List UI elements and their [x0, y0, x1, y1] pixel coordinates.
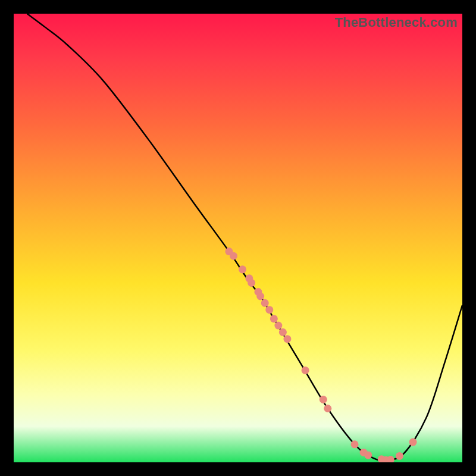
data-point	[261, 299, 269, 307]
data-point	[270, 315, 278, 322]
highlighted-points-group	[225, 248, 416, 462]
data-point	[248, 279, 255, 287]
data-point	[279, 328, 287, 336]
data-point	[274, 322, 282, 330]
data-point	[320, 396, 327, 403]
bottleneck-curve	[27, 14, 462, 461]
data-point	[283, 335, 291, 343]
data-point	[364, 451, 372, 459]
data-point	[265, 306, 273, 314]
data-point	[396, 452, 403, 460]
chart-svg	[14, 14, 462, 462]
data-point	[351, 440, 359, 448]
data-point	[302, 367, 309, 374]
data-point	[230, 252, 237, 260]
data-point	[324, 405, 331, 412]
data-point	[256, 293, 264, 300]
data-point	[409, 439, 417, 446]
chart-plot-area: TheBottleneck.com	[14, 14, 462, 462]
data-point	[239, 265, 246, 273]
